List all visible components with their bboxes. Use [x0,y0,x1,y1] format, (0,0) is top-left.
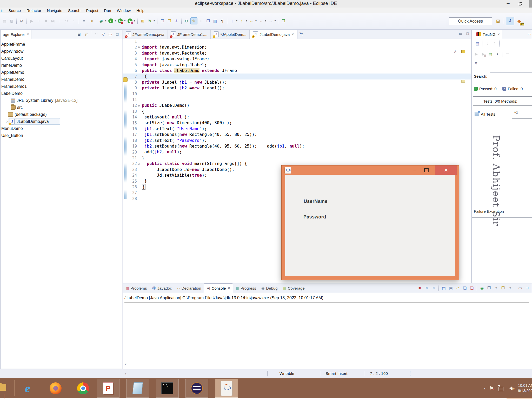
editor-more-tabs[interactable]: »6 [297,30,305,39]
scroll-lock-icon[interactable]: ▣ [448,285,454,291]
last-edit-location-icon[interactable]: ↓ [229,18,236,24]
tree-item-framedemo[interactable]: FrameDemo [1,76,122,83]
git-perspective-button[interactable]: ◆GIT [515,17,523,25]
open-dropdown-icon[interactable]: ▼ [507,285,513,291]
skip-all-breakpoints-icon[interactable]: ⊘ [18,18,25,24]
remove-launch-icon[interactable]: ✕ [423,285,430,291]
taskbar-java-icon[interactable] [215,379,238,398]
open-type-icon[interactable]: ⊙ [183,18,190,24]
code-line-15[interactable]: 15 setSize( new Dimension(400, 300) ); [123,120,471,126]
code-line-8[interactable]: 8private JLabel jb1 = new JLabel(); [123,79,471,85]
code-line-10[interactable]: 10 [123,91,471,97]
jlabeldemo-app-window[interactable]: UserName Password [281,165,459,280]
code-line-9[interactable]: 9private JLabel jb2 =new JLabel(); [123,85,471,91]
quick-access-box[interactable]: Quick Access [449,17,492,25]
code-line-18[interactable]: 18 jb2.setText( "Password"); [123,138,471,143]
minimize-icon[interactable]: ▭ [107,31,114,37]
show-whitespace-icon[interactable]: ≡ [81,18,87,24]
link-with-editor-icon[interactable]: ⇄ [83,31,89,37]
menu-item-search[interactable]: Search [65,8,83,13]
show-whitespace-characters-icon[interactable]: ¶ [219,18,225,24]
close-icon[interactable] [291,33,294,36]
taskbar-eclipse-icon[interactable] [185,379,208,398]
open-perspective-button[interactable]: ⊞ [494,17,502,25]
tree-item-cardlayout[interactable]: CardLayout [1,55,122,62]
taskbar-firefox-icon[interactable] [48,381,63,395]
tree-item-use-button[interactable]: Use_Button [1,132,122,139]
console-tab-declaration[interactable]: ▱Declaration [175,283,204,293]
console-tab-progress[interactable]: ▥Progress [233,283,259,293]
code-line-20[interactable]: 20 add(jb2, null); [123,149,471,155]
code-line-13[interactable]: 13{ [123,109,471,114]
back-history-icon[interactable]: ← [258,18,264,24]
console-tab-javadoc[interactable]: @Javadoc [150,283,175,293]
testng-minimize-icon[interactable]: ▭ [528,32,531,36]
show-stdout-icon[interactable]: ❏ [462,285,468,291]
testng-more-tabs[interactable]: »2 [514,110,518,115]
open-resource-icon[interactable]: ❒ [166,18,173,24]
suites-dropdown-icon[interactable]: ▼ [494,51,501,57]
console-tab-console[interactable]: ▣Console [204,283,233,293]
tree-item-menudemo[interactable]: MenuDemo [1,125,122,132]
app-maximize-button[interactable] [422,167,431,174]
minimize-icon[interactable]: ▭ [517,285,523,291]
tree-item-jre-system-library[interactable]: JRE System Library[JavaSE-12] [1,97,122,104]
tree-item-appwindow[interactable]: AppWindow [1,48,122,55]
back-dropdown-icon[interactable]: ▼ [255,20,257,22]
menu-item-run[interactable]: Run [101,8,114,13]
format-icon[interactable]: ✎ [190,17,197,24]
view-menu-icon[interactable]: ▽ [100,31,107,37]
taskbar-chrome-icon[interactable] [76,381,90,395]
app-minimize-button[interactable] [410,167,419,174]
run-profile-icon[interactable]: ▶ [127,18,133,24]
pin-console-icon[interactable]: ◉ [479,285,485,291]
tree-item-framedemo1[interactable]: FrameDemo1 [1,83,122,90]
taskbar-command-prompt-icon[interactable]: C:\_ [156,379,179,398]
code-line-21[interactable]: 21} [123,155,471,161]
forward-dropdown-icon[interactable]: ▼ [274,20,276,22]
open-element-icon[interactable]: ❒ [159,18,166,24]
app-close-button[interactable] [435,165,457,175]
debug-dropdown-icon[interactable]: ▼ [105,20,107,22]
volume-icon[interactable]: ))) [508,386,514,390]
back-icon[interactable]: ← [248,18,255,24]
menu-item-refactor[interactable]: Refactor [24,8,44,13]
maximize-icon[interactable]: □ [114,31,121,37]
code-line-3[interactable]: 3import java.awt.Rectangle; [123,50,471,56]
menu-item-source[interactable]: Source [6,8,24,13]
code-line-16[interactable]: 16 jb1.setText( "UserName"); [123,126,471,132]
debug-icon[interactable]: ◉ [98,18,104,24]
taskbar-powerpoint-icon[interactable] [97,379,119,398]
tree-item-jlabeldemo-java[interactable]: ▷JLabelDemo.java [1,118,122,125]
window-restore-button[interactable] [516,0,524,8]
editor-maximize-icon[interactable]: □ [467,31,469,36]
tray-expand-icon[interactable] [484,387,486,390]
status-scroll-left-icon[interactable]: ‹ [125,371,126,376]
word-wrap-icon[interactable]: ↵ [455,285,461,291]
code-line-4[interactable]: 4 import javax.swing.JFrame; [123,56,471,62]
run-icon[interactable]: ▶ [108,18,114,24]
search-input[interactable] [490,72,532,80]
open-console-icon[interactable]: ❒ [500,285,506,291]
go-to-line-icon[interactable]: ↑ [239,18,245,24]
close-icon[interactable] [27,33,29,36]
menu-item-it[interactable]: it [0,8,6,13]
tree-item--default-package-[interactable]: (default package) [1,111,122,118]
code-line-11[interactable]: 11 [123,97,471,103]
maximize-icon[interactable]: □ [524,285,530,291]
overview-occurrence-marker[interactable] [461,80,465,83]
editor-tab--jappletdem-[interactable]: *JAppletDem... [211,30,250,39]
run-dropdown-icon[interactable]: ▼ [114,20,116,22]
run-coverage-dropdown-icon[interactable]: ▼ [124,20,126,22]
go-to-line-dropdown-icon[interactable]: ▼ [245,20,248,22]
close-icon[interactable] [497,33,500,36]
editor-tab-jframedemo-java[interactable]: JFrameDemo.java [123,30,168,39]
new-java-project-icon[interactable]: ⊞ [139,18,146,24]
update-project-dropdown-icon[interactable]: ▼ [153,20,155,22]
scroll-up-icon[interactable]: ∧ [454,49,457,54]
collapse-all-icon[interactable]: ⊟ [76,31,82,37]
editor-minimize-icon[interactable]: ▭ [459,31,462,36]
tree-item-ramedemo[interactable]: rameDemo [1,62,122,69]
taskbar-notepad-icon[interactable] [126,379,149,398]
java-perspective-button[interactable]: J [506,17,514,25]
